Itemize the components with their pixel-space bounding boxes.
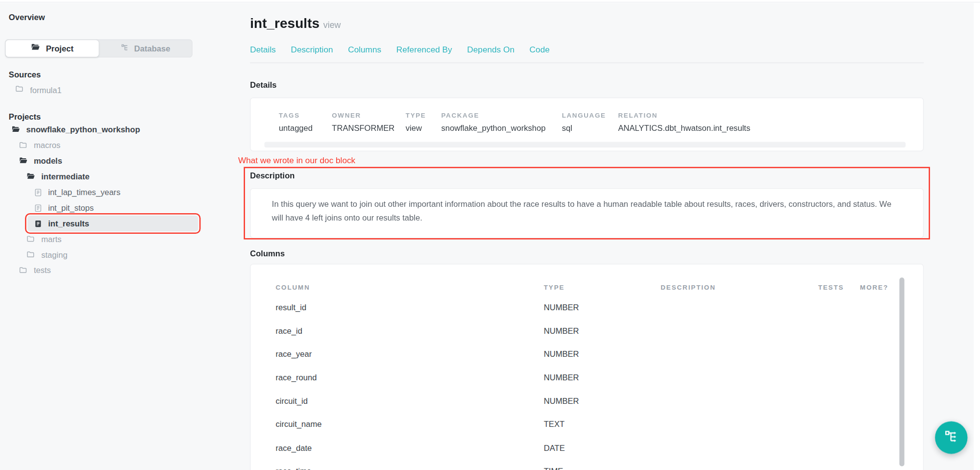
sidebar-item-int-lap-times-years[interactable]: int_lap_times_years (0, 184, 238, 200)
cell-column-type: NUMBER (544, 396, 661, 405)
page-title: int_results (250, 16, 319, 31)
description-heading: Description (250, 171, 924, 180)
table-row-race-round[interactable]: race_round NUMBER (275, 366, 923, 389)
field-label-relation: RELATION (618, 111, 913, 119)
tree-item-label: models (34, 156, 62, 166)
toggle-database-button[interactable]: Database (99, 40, 192, 57)
field-label-owner: OWNER (332, 111, 406, 119)
lineage-graph-button[interactable] (935, 421, 967, 454)
red-annotation-box: Description In this query we want to joi… (244, 167, 930, 240)
tab-description[interactable]: Description (291, 45, 333, 54)
sidebar-item-int-results[interactable]: int_results (27, 216, 198, 231)
cell-column-type: NUMBER (544, 303, 661, 312)
sidebar-item-macros[interactable]: macros (0, 138, 238, 153)
field-value-language: sql (562, 123, 618, 132)
column-header-more: MORE? (860, 283, 923, 290)
tree-item-label: intermediate (41, 172, 90, 181)
folder-closed-icon (26, 250, 36, 259)
sidebar: Overview Project Database Sources formul… (0, 0, 238, 470)
columns-card: COLUMN TYPE DESCRIPTION TESTS MORE? resu… (250, 264, 924, 470)
cell-column-name: circuit_name (275, 420, 543, 429)
file-filled-icon (34, 219, 43, 228)
details-heading: Details (250, 80, 924, 89)
project-tree: snowflake_python_workshop macros models … (0, 122, 238, 278)
file-icon (34, 188, 43, 197)
table-row-circuit-name[interactable]: circuit_name TEXT (275, 413, 923, 436)
tab-code[interactable]: Code (530, 45, 550, 54)
cell-column-type: NUMBER (544, 349, 661, 359)
table-row-race-date[interactable]: race_date DATE (275, 436, 923, 459)
main-content: int_resultsview Details Description Colu… (250, 0, 924, 470)
sources-heading: Sources (9, 70, 41, 79)
tab-depends-on[interactable]: Depends On (467, 45, 514, 54)
sidebar-item-staging[interactable]: staging (0, 247, 238, 263)
sidebar-item-int-pit-stops[interactable]: int_pit_stops (0, 200, 238, 216)
tree-item-label: snowflake_python_workshop (26, 125, 140, 134)
field-value-tags: untagged (279, 123, 332, 132)
field-label-type: TYPE (406, 111, 441, 119)
table-row-circuit-id[interactable]: circuit_id NUMBER (275, 389, 923, 413)
field-value-relation: ANALYTICS.dbt_hwatson.int_results (618, 123, 913, 132)
cell-column-type: TIME (544, 466, 661, 470)
folder-closed-icon (26, 234, 36, 244)
view-toggle: Project Database (5, 39, 193, 57)
tree-item-label: int_results (48, 219, 89, 228)
cell-column-type: NUMBER (544, 373, 661, 382)
red-annotation-text: What we wrote in our doc block (238, 156, 924, 165)
field-value-package: snowflake_python_workshop (441, 123, 562, 132)
file-icon (34, 203, 43, 212)
folder-closed-icon (15, 84, 24, 96)
description-card: In this query we want to join out other … (250, 188, 924, 238)
cell-column-name: race_time (275, 466, 543, 470)
tab-details[interactable]: Details (250, 45, 276, 54)
column-header-tests: TESTS (818, 283, 860, 290)
table-body: result_id NUMBER race_id NUMBER race_yea… (275, 296, 923, 470)
toggle-project-button[interactable]: Project (5, 40, 98, 57)
cell-column-type: DATE (544, 443, 661, 452)
column-header-column: COLUMN (275, 283, 543, 290)
sidebar-item-formula1[interactable]: formula1 (15, 84, 62, 97)
field-label-language: LANGUAGE (562, 111, 618, 119)
sidebar-item-intermediate[interactable]: intermediate (0, 169, 238, 184)
folder-open-icon (31, 43, 41, 54)
model-type-label: view (323, 20, 341, 30)
table-row-result-id[interactable]: result_id NUMBER (275, 296, 923, 319)
tree-item-label: macros (34, 141, 60, 150)
column-header-description: DESCRIPTION (661, 283, 818, 290)
folder-closed-icon (19, 266, 28, 275)
folder-closed-icon (19, 141, 28, 150)
sidebar-item-snowflake-python-workshop[interactable]: snowflake_python_workshop (0, 122, 238, 138)
folder-open-icon (11, 125, 21, 134)
cell-column-name: circuit_id (275, 396, 543, 405)
tree-item-label: int_lap_times_years (48, 188, 120, 197)
cell-column-name: result_id (275, 303, 543, 312)
tab-bar: Details Description Columns Referenced B… (250, 45, 924, 63)
field-label-tags: TAGS (279, 111, 332, 119)
sidebar-item-tests[interactable]: tests (0, 263, 238, 278)
column-header-type: TYPE (544, 283, 661, 290)
overview-heading: Overview (9, 13, 45, 22)
table-row-race-time[interactable]: race_time TIME (275, 459, 923, 470)
field-value-type: view (406, 123, 441, 132)
table-row-race-year[interactable]: race_year NUMBER (275, 343, 923, 366)
cell-column-name: race_date (275, 443, 543, 452)
description-body: In this query we want to join out other … (272, 198, 898, 224)
right-edge (974, 0, 980, 470)
folder-open-icon (19, 156, 28, 166)
table-row-race-id[interactable]: race_id NUMBER (275, 319, 923, 343)
tab-referenced-by[interactable]: Referenced By (396, 45, 452, 54)
toggle-database-label: Database (134, 44, 171, 53)
cell-column-type: NUMBER (544, 326, 661, 335)
toggle-project-label: Project (46, 44, 74, 53)
tab-columns[interactable]: Columns (348, 45, 381, 54)
tree-item-label: staging (41, 250, 67, 259)
tree-item-label: int_pit_stops (48, 203, 94, 213)
hierarchy-icon (121, 43, 129, 54)
sidebar-item-marts[interactable]: marts (0, 231, 238, 247)
cell-column-name: race_year (275, 349, 543, 359)
table-scrollbar[interactable] (899, 277, 904, 466)
details-card: TAGS untagged OWNER TRANSFORMER TYPE vie… (250, 98, 924, 151)
details-collapsed-strip (265, 142, 906, 148)
sidebar-item-models[interactable]: models (0, 153, 238, 169)
cell-column-name: race_round (275, 373, 543, 382)
